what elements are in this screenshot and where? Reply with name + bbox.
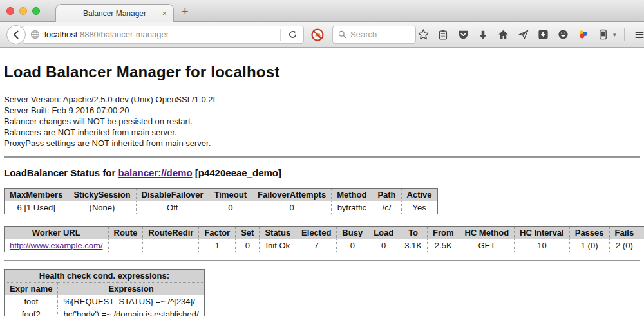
table-cell bbox=[639, 239, 644, 252]
column-header: Factor bbox=[199, 227, 236, 239]
table-row: foof2hc('body') =~ /domain is establishe… bbox=[5, 308, 205, 316]
back-button[interactable] bbox=[6, 25, 26, 44]
url-path: :8880/balancer-manager bbox=[77, 30, 169, 39]
menu-button[interactable] bbox=[632, 28, 644, 42]
toolbar-separator bbox=[624, 28, 625, 41]
proxypass-notice-line: ProxyPass settings are NOT inherited fro… bbox=[4, 138, 640, 149]
navigation-toolbar: localhost:8880/balancer-manager bbox=[0, 22, 644, 48]
url-divider bbox=[280, 29, 281, 41]
table-row: http://www.example.com/10Init Ok7003.1K2… bbox=[5, 239, 644, 252]
url-bar[interactable]: localhost:8880/balancer-manager bbox=[22, 26, 304, 44]
column-header: Expr name bbox=[5, 283, 58, 295]
pocket-icon bbox=[457, 28, 469, 41]
table-cell: 1 bbox=[199, 239, 236, 252]
table-cell: GET bbox=[459, 239, 515, 252]
chevron-down-icon[interactable]: ▾ bbox=[613, 32, 616, 38]
search-bar[interactable] bbox=[332, 26, 416, 44]
column-header: Passes bbox=[569, 227, 609, 239]
column-header: Busy bbox=[337, 227, 368, 239]
table-cell: 7 bbox=[296, 239, 337, 252]
table-cell: hc('body') =~ /domain is established/ bbox=[58, 308, 204, 316]
inherit-notice-line: Balancers are NOT inherited from main se… bbox=[4, 127, 640, 138]
column-header: To bbox=[399, 227, 428, 239]
table-cell: (None) bbox=[68, 201, 136, 214]
bookmark-star-button[interactable] bbox=[416, 28, 430, 42]
zoom-window-button[interactable] bbox=[32, 7, 40, 15]
balancer-status-table: MaxMembersStickySessionDisableFailoverTi… bbox=[4, 188, 438, 214]
column-header: Fails bbox=[609, 227, 639, 239]
home-button[interactable] bbox=[496, 28, 510, 42]
download-box-icon bbox=[537, 28, 549, 41]
table-cell: 0 bbox=[252, 201, 331, 214]
table-cell: 3.1K bbox=[399, 239, 428, 252]
reload-icon bbox=[288, 30, 298, 39]
column-header: Worker URL bbox=[5, 227, 109, 239]
column-header: Load bbox=[368, 227, 399, 239]
table-cell: 0 bbox=[236, 239, 260, 252]
column-header: HC Interval bbox=[515, 227, 570, 239]
column-header: FailoverAttempts bbox=[252, 189, 331, 201]
downloads-button[interactable] bbox=[476, 28, 490, 42]
reload-button[interactable] bbox=[285, 28, 299, 42]
column-header: Elected bbox=[296, 227, 337, 239]
pocket-button[interactable] bbox=[456, 28, 470, 42]
close-window-button[interactable] bbox=[6, 7, 14, 15]
search-input[interactable] bbox=[350, 30, 408, 39]
smiley-icon bbox=[557, 28, 569, 41]
column-header: HC Method bbox=[459, 227, 515, 239]
health-check-table: Health check cond. expressions:Expr name… bbox=[4, 269, 205, 316]
globe-icon bbox=[30, 30, 40, 39]
container-icon bbox=[598, 28, 609, 41]
table-row: 6 [1 Used](None)Off00bytraffic/c/Yes bbox=[5, 201, 438, 214]
image-block-icon bbox=[310, 28, 325, 42]
download-box-extension-button[interactable] bbox=[536, 28, 550, 42]
table-cell: 0 bbox=[368, 239, 399, 252]
table-cell: 1 (0) bbox=[569, 239, 609, 252]
page-content: Load Balancer Manager for localhost Serv… bbox=[0, 48, 644, 316]
browser-window: Balancer Manager × + localhost:8880/bala… bbox=[0, 0, 644, 316]
column-header: Path bbox=[372, 189, 401, 201]
column-header: MaxMembers bbox=[5, 189, 68, 201]
worker-url-link[interactable]: http://www.example.com/ bbox=[10, 241, 103, 250]
tab-close-icon[interactable]: × bbox=[162, 8, 167, 18]
smiley-extension-button[interactable] bbox=[556, 28, 570, 42]
table-cell: 0 bbox=[337, 239, 368, 252]
image-block-extension-button[interactable] bbox=[310, 28, 325, 42]
table-cell: Off bbox=[136, 201, 209, 214]
back-icon bbox=[11, 30, 21, 40]
column-header: Expression bbox=[58, 283, 204, 295]
container-extension-button[interactable] bbox=[596, 28, 610, 42]
table-cell: %{REQUEST_STATUS} =~ /^[234]/ bbox=[58, 295, 204, 308]
bookmark-star-icon bbox=[417, 28, 430, 41]
worker-status-table: Worker URLRouteRouteRedirFactorSetStatus… bbox=[4, 226, 644, 252]
download-helper-extension-button[interactable] bbox=[576, 28, 590, 42]
send-tab-button[interactable] bbox=[516, 28, 530, 42]
send-plane-icon bbox=[517, 28, 529, 41]
downloads-icon bbox=[477, 29, 489, 41]
url-text: localhost:8880/balancer-manager bbox=[44, 30, 276, 39]
table-cell: foof bbox=[5, 295, 58, 308]
column-header: StickySession bbox=[68, 189, 136, 201]
tab-balancer-manager[interactable]: Balancer Manager × bbox=[55, 4, 174, 23]
tab-bar: Balancer Manager × + bbox=[0, 0, 644, 22]
loadbalancer-status-heading: LoadBalancer Status for balancer://demo … bbox=[4, 167, 640, 178]
column-header: RouteRedir bbox=[143, 227, 199, 239]
table-cell bbox=[108, 239, 143, 252]
reading-list-button[interactable] bbox=[436, 28, 450, 42]
table-cell: 10 bbox=[515, 239, 570, 252]
new-tab-button[interactable]: + bbox=[182, 5, 189, 19]
column-header: Route bbox=[108, 227, 143, 239]
table-cell: 2.5K bbox=[427, 239, 459, 252]
persist-notice-line: Balancer changes will NOT be persisted o… bbox=[4, 116, 640, 127]
table-cell: 6 [1 Used] bbox=[5, 201, 68, 214]
reading-list-icon bbox=[437, 29, 449, 41]
balancer-demo-link[interactable]: balancer://demo bbox=[118, 167, 193, 178]
server-built-line: Server Built: Feb 9 2016 07:00:20 bbox=[4, 105, 640, 116]
table-cell: 0 bbox=[209, 201, 252, 214]
page-title: Load Balancer Manager for localhost bbox=[4, 63, 640, 81]
url-host: localhost bbox=[44, 30, 77, 39]
column-header: Set bbox=[236, 227, 260, 239]
home-icon bbox=[497, 28, 509, 41]
minimize-window-button[interactable] bbox=[19, 7, 27, 15]
search-icon bbox=[338, 30, 346, 39]
